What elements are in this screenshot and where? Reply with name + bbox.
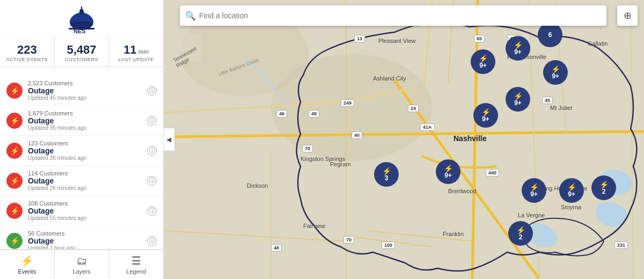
cluster-5[interactable]: ⚡9+ — [473, 103, 498, 128]
event-info-icon-3[interactable]: ⓘ — [147, 176, 157, 186]
highway-label-13: 45 — [542, 97, 553, 104]
event-item-4[interactable]: ⚡108 CustomersOutageUpdated 55 minutes a… — [0, 196, 163, 226]
nav-item-events[interactable]: ⚡Events — [0, 250, 55, 279]
event-icon-0: ⚡ — [6, 83, 23, 99]
nav-label-legend: Legend — [126, 268, 146, 275]
sidebar: NES 223ACTIVE EVENTS5,487CUSTOMERS11 min… — [0, 0, 164, 279]
cluster-number-4: 9+ — [514, 100, 522, 106]
cluster-bolt-2: ⚡ — [514, 41, 523, 49]
cluster-number-6: 3 — [385, 175, 389, 181]
event-item-3[interactable]: ⚡114 CustomersOutageUpdated 26 minutes a… — [0, 166, 163, 196]
location-button[interactable]: ⊕ — [617, 5, 638, 26]
cluster-number-8: 9+ — [530, 191, 538, 197]
cluster-4[interactable]: ⚡9+ — [506, 87, 530, 112]
nav-item-layers[interactable]: 🗂Layers — [55, 250, 109, 279]
cluster-bolt-10: ⚡ — [599, 181, 609, 188]
event-info-2: 123 CustomersOutageUpdated 35 minutes ag… — [28, 140, 147, 161]
cluster-bolt-6: ⚡ — [382, 167, 391, 175]
nav-icon-events: ⚡ — [20, 254, 34, 267]
svg-point-2 — [79, 9, 84, 15]
cluster-bolt-5: ⚡ — [481, 108, 491, 116]
event-type-3: Outage — [28, 177, 147, 185]
nav-item-legend[interactable]: ☰Legend — [109, 250, 163, 279]
cluster-3[interactable]: ⚡9+ — [543, 60, 568, 85]
stat-label-1: CUSTOMERS — [57, 57, 107, 62]
event-type-1: Outage — [28, 116, 147, 125]
cluster-number-11: 2 — [519, 234, 523, 240]
event-icon-4: ⚡ — [6, 203, 23, 219]
cluster-bg-7: ⚡9+ — [436, 159, 460, 184]
highway-label-0: 65 — [474, 35, 485, 42]
cluster-bolt-11: ⚡ — [516, 226, 525, 234]
highway-label-7: 46 — [276, 110, 287, 118]
event-icon-5: ⚡ — [6, 233, 23, 249]
event-icon-1: ⚡ — [6, 113, 23, 129]
stat-value-1: 5,487 — [57, 43, 107, 57]
cluster-bolt-0: ⚡ — [479, 55, 488, 62]
cluster-10[interactable]: ⚡2 — [591, 175, 616, 200]
cluster-number-3: 9+ — [552, 73, 559, 79]
search-bar: 🔍 — [180, 5, 606, 26]
event-item-5[interactable]: ⚡56 CustomersOutageUpdated 1 hour agoⓘ — [0, 226, 163, 249]
stat-item-2: 11 minLAST UPDATE — [109, 39, 163, 67]
stat-label-0: ACTIVE EVENTS — [2, 57, 52, 62]
event-icon-3: ⚡ — [6, 173, 23, 189]
cluster-bg-5: ⚡9+ — [473, 103, 498, 128]
svg-text:NES: NES — [74, 28, 86, 34]
cluster-number-9: 9+ — [568, 191, 575, 197]
stats-bar: 223ACTIVE EVENTS5,487CUSTOMERS11 minLAST… — [0, 39, 163, 67]
event-item-0[interactable]: ⚡2,523 CustomersOutageUpdated 45 minutes… — [0, 76, 163, 106]
highway-label-3: 41A — [420, 123, 435, 131]
highway-label-11: 70 — [343, 236, 354, 244]
highway-label-8: 13 — [354, 35, 365, 42]
stat-item-1: 5,487CUSTOMERS — [55, 39, 109, 67]
cluster-0[interactable]: ⚡9+ — [471, 49, 495, 74]
event-customers-1: 1,679 Customers — [28, 110, 147, 116]
event-icon-2: ⚡ — [6, 143, 23, 159]
cluster-bg-0: ⚡9+ — [471, 49, 495, 74]
cluster-bolt-3: ⚡ — [551, 65, 560, 73]
cluster-bolt-7: ⚡ — [444, 165, 453, 172]
event-info-icon-2[interactable]: ⓘ — [147, 146, 157, 156]
event-type-5: Outage — [28, 237, 147, 245]
stat-value-0: 223 — [2, 43, 52, 57]
highway-label-6: 49 — [309, 110, 319, 118]
svg-rect-1 — [73, 21, 90, 28]
event-info-icon-4[interactable]: ⓘ — [147, 206, 157, 216]
highway-label-1: 24 — [408, 105, 419, 112]
event-customers-4: 108 Customers — [28, 200, 147, 207]
cluster-bg-2: ⚡9+ — [506, 36, 530, 61]
collapse-button[interactable]: ◀ — [164, 128, 175, 151]
event-item-2[interactable]: ⚡123 CustomersOutageUpdated 35 minutes a… — [0, 136, 163, 166]
event-info-icon-0[interactable]: ⓘ — [147, 86, 157, 96]
cluster-bg-8: ⚡9+ — [522, 178, 546, 203]
event-info-icon-1[interactable]: ⓘ — [147, 116, 157, 126]
event-item-1[interactable]: ⚡1,679 CustomersOutageUpdated 35 minutes… — [0, 106, 163, 136]
cluster-11[interactable]: ⚡2 — [508, 221, 533, 246]
cluster-number-5: 9+ — [482, 116, 489, 122]
cluster-number-7: 9+ — [444, 172, 452, 179]
event-type-2: Outage — [28, 146, 147, 155]
logo-area: NES — [0, 0, 163, 39]
map-background — [164, 0, 644, 279]
highway-label-12: 100 — [382, 241, 395, 249]
nes-logo: NES — [65, 5, 98, 35]
cluster-1[interactable]: 6 — [538, 23, 562, 47]
cluster-7[interactable]: ⚡9+ — [436, 159, 460, 184]
cluster-9[interactable]: ⚡9+ — [559, 178, 584, 203]
nav-label-events: Events — [18, 268, 36, 275]
highway-label-2: 40 — [352, 131, 362, 139]
cluster-bg-10: ⚡2 — [591, 175, 616, 200]
events-header — [0, 67, 163, 76]
events-list: ⚡2,523 CustomersOutageUpdated 45 minutes… — [0, 76, 163, 249]
search-input[interactable] — [199, 11, 601, 20]
cluster-bg-9: ⚡9+ — [559, 178, 584, 203]
cluster-8[interactable]: ⚡9+ — [522, 178, 546, 203]
stat-value-2: 11 min — [111, 43, 161, 57]
cluster-2[interactable]: ⚡9+ — [506, 36, 530, 61]
event-updated-2: Updated 35 minutes ago — [28, 155, 147, 161]
event-info-icon-5[interactable]: ⓘ — [147, 236, 157, 246]
highway-label-5: 249 — [341, 99, 354, 107]
cluster-6[interactable]: ⚡3 — [374, 162, 399, 187]
map-area[interactable]: ◀ 🔍 ⊕ — [164, 0, 644, 279]
